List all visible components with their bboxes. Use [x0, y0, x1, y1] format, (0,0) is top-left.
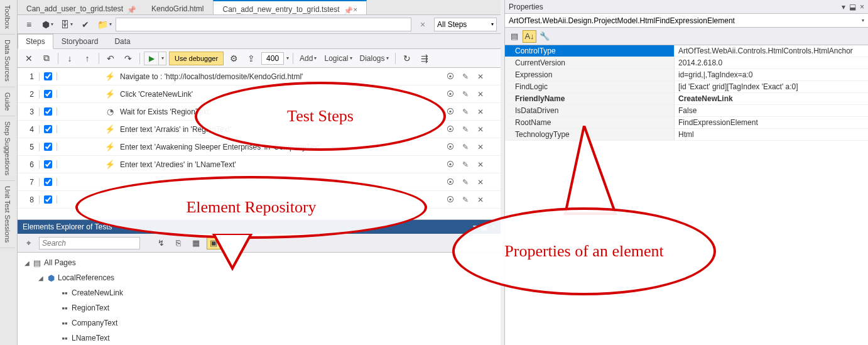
property-row[interactable]: FriendlyNameCreateNewLink	[505, 93, 868, 105]
property-value[interactable]: False	[675, 105, 868, 116]
step-delete-icon[interactable]: ✕	[475, 178, 486, 187]
property-value[interactable]: id=grid,|,TagIndex=a:0	[675, 69, 868, 80]
sidebar-tab-guide[interactable]: Guide	[0, 87, 15, 116]
step-edit-icon[interactable]: ✎	[460, 125, 470, 134]
sidebar-tab-datasources[interactable]: Data Sources	[0, 35, 15, 87]
tab-steps[interactable]: Steps	[18, 34, 53, 49]
step-enabled-checkbox[interactable]	[40, 160, 57, 168]
categorized-icon[interactable]: ▤	[507, 30, 521, 43]
step-edit-icon[interactable]: ✎	[460, 72, 470, 81]
find-icon[interactable]: ⌖	[21, 237, 35, 249]
step-delete-icon[interactable]: ✕	[475, 195, 486, 204]
refresh-icon[interactable]: ↻	[399, 52, 415, 65]
step-row[interactable]: 6⚡Enter text 'Atredies' in 'LNameText'⦿✎…	[18, 156, 501, 173]
step-edit-icon[interactable]: ✎	[460, 160, 470, 169]
delay-input[interactable]	[261, 52, 284, 65]
step-row[interactable]: 2⚡Click 'CreateNewLink'⦿✎✕	[18, 85, 501, 103]
pin-icon[interactable]: ⬓	[480, 222, 487, 231]
step-continue-icon[interactable]: ⦿	[445, 125, 455, 134]
undo-icon[interactable]: ↶	[103, 52, 118, 65]
sidebar-tab-unit-test-sessions[interactable]: Unit Test Sessions	[0, 181, 15, 248]
step-continue-icon[interactable]: ⦿	[445, 143, 455, 151]
property-value[interactable]: [id 'Exact' grid][TagIndex 'Exact' a:0]	[675, 81, 868, 92]
add-menu[interactable]: Add	[297, 54, 319, 63]
tool-db-icon[interactable]: 🗄	[59, 18, 74, 31]
tree-leaf[interactable]: ▪▪RegionText	[18, 300, 501, 315]
step-edit-icon[interactable]: ✎	[460, 195, 470, 204]
redo-icon[interactable]: ↷	[121, 52, 136, 65]
filter-icon[interactable]: ⇶	[417, 52, 432, 65]
step-edit-icon[interactable]: ✎	[460, 107, 470, 116]
tab-storyboard[interactable]: Storyboard	[53, 34, 107, 48]
property-row[interactable]: FindLogic[id 'Exact' grid][TagIndex 'Exa…	[505, 81, 868, 93]
chevron-down-icon[interactable]: ▾	[862, 18, 864, 23]
delete-step-icon[interactable]: ✕	[21, 52, 36, 65]
step-filter-dropdown[interactable]: All Steps▾	[434, 18, 497, 31]
step-row[interactable]: 7⦿✎✕	[18, 173, 501, 191]
pin-icon[interactable]: ⬓	[849, 3, 856, 11]
property-row[interactable]: TechnologyTypeHtml	[505, 129, 868, 141]
property-row[interactable]: IsDataDrivenFalse	[505, 105, 868, 117]
collapse-icon[interactable]: ◢	[23, 260, 31, 266]
tool-folder-icon[interactable]: 📁	[97, 18, 112, 31]
doc-tab-0[interactable]: Can_add_user_to_grid.tstest📌	[18, 0, 143, 14]
step-row[interactable]: 4⚡Enter text 'Arrakis' in 'RegionText'⦿✎…	[18, 121, 501, 138]
property-value[interactable]: FindExpressionElement	[675, 117, 868, 128]
gear-icon[interactable]: ⚙	[226, 52, 241, 65]
step-enabled-checkbox[interactable]	[40, 72, 57, 80]
dropdown-icon[interactable]: ▾	[473, 222, 477, 231]
sidebar-tab-step-suggestions[interactable]: Step Suggestions	[0, 116, 15, 181]
chevron-down-icon[interactable]: ▾	[286, 55, 289, 61]
property-row[interactable]: RootNameFindExpressionElement	[505, 117, 868, 129]
step-row[interactable]: 3◔Wait for Exists 'RegionText'⦿✎✕	[18, 103, 501, 121]
logical-menu[interactable]: Logical	[322, 54, 354, 63]
export-icon[interactable]: ⇪	[244, 52, 259, 65]
close-icon[interactable]: ×	[354, 6, 357, 13]
close-icon[interactable]: ×	[491, 222, 496, 231]
tree-leaf[interactable]: ▪▪LNameText	[18, 331, 501, 345]
property-value[interactable]: 2014.2.618.0	[675, 57, 868, 68]
tool-a-icon[interactable]: ↯	[154, 237, 168, 249]
property-value[interactable]: CreateNewLink	[675, 93, 868, 104]
step-continue-icon[interactable]: ⦿	[445, 72, 455, 81]
clear-search-icon[interactable]: ×	[415, 18, 430, 31]
move-up-icon[interactable]: ↑	[80, 52, 95, 65]
step-edit-icon[interactable]: ✎	[460, 143, 470, 151]
property-grid[interactable]: ControlTypeArtOfTest.WebAii.Controls.Htm…	[505, 45, 868, 141]
tool-e-icon[interactable]: ⊞	[224, 237, 238, 249]
step-enabled-checkbox[interactable]	[40, 90, 57, 98]
tool-b-icon[interactable]: ⎘	[171, 237, 185, 249]
tree-leaf[interactable]: ▪▪CompanyText	[18, 315, 501, 331]
property-row[interactable]: CurrentVersion2014.2.618.0	[505, 57, 868, 69]
property-row[interactable]: ControlTypeArtOfTest.WebAii.Controls.Htm…	[505, 45, 868, 57]
tool-c-icon[interactable]: ▦	[189, 237, 203, 249]
close-icon[interactable]: ×	[860, 3, 864, 11]
use-debugger-button[interactable]: Use debugger	[169, 52, 224, 65]
run-button[interactable]: ▶▾	[144, 52, 166, 65]
property-value[interactable]: Html	[675, 129, 868, 140]
alphabetical-icon[interactable]: A↓	[523, 30, 536, 43]
steps-grid[interactable]: 1⚡Navigate to : 'http://localhost/demosi…	[18, 68, 501, 219]
step-delete-icon[interactable]: ✕	[475, 107, 486, 116]
step-row[interactable]: 8⦿✎✕	[18, 191, 501, 209]
elements-tree[interactable]: ◢▤All Pages ◢⬢LocalReferences ▪▪CreateNe…	[18, 253, 501, 345]
property-value[interactable]: ArtOfTest.WebAii.Controls.HtmlControls.H…	[675, 45, 868, 57]
doc-tab-1[interactable]: KendoGrid.html	[143, 0, 213, 14]
step-delete-icon[interactable]: ✕	[475, 90, 486, 99]
tool-d-icon[interactable]: ▣	[207, 237, 220, 249]
tool-element-icon[interactable]: ⬢	[40, 18, 55, 31]
step-edit-icon[interactable]: ✎	[460, 178, 470, 187]
tab-data[interactable]: Data	[106, 34, 138, 48]
step-edit-icon[interactable]: ✎	[460, 90, 470, 99]
tool-list-icon[interactable]: ≡	[21, 18, 36, 31]
step-delete-icon[interactable]: ✕	[475, 143, 486, 151]
step-row[interactable]: 5⚡Enter text 'Awakening Sleeper Enterpri…	[18, 138, 501, 156]
tree-node-all-pages[interactable]: ◢▤All Pages	[18, 255, 501, 270]
dropdown-icon[interactable]: ▾	[842, 3, 845, 11]
elements-search-input[interactable]	[39, 237, 140, 249]
step-delete-icon[interactable]: ✕	[475, 160, 486, 169]
doc-tab-2[interactable]: Can_add_new_entry_to_grid.tstest📌×	[213, 0, 367, 14]
step-continue-icon[interactable]: ⦿	[445, 90, 455, 99]
step-enabled-checkbox[interactable]	[40, 107, 57, 116]
object-selector[interactable]: ArtOfTest.WebAii.Design.ProjectModel.Htm…	[505, 14, 868, 28]
